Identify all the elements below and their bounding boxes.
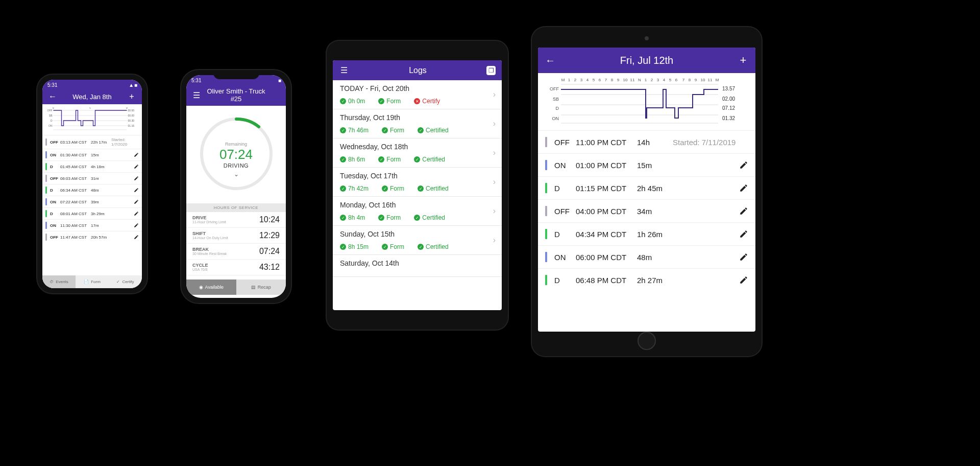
menu-icon[interactable]: ☰ <box>191 90 202 100</box>
event-row[interactable]: OFF06:03 AM CST31m <box>42 172 142 184</box>
check-icon: ✓ <box>340 215 346 221</box>
remaining-gauge[interactable]: Remaining 07:24 DRIVING ⌄ <box>186 106 286 203</box>
duration: 4h 18m <box>91 165 111 169</box>
pencil-icon[interactable] <box>739 229 748 239</box>
phone-b-screen: 5:31 ■ ☰ Oliver Smith - Truck #25 Remain… <box>186 75 286 298</box>
chevron-right-icon: › <box>493 119 496 128</box>
tab-certify[interactable]: ✓Certify <box>109 275 142 288</box>
pencil-icon[interactable] <box>134 199 139 204</box>
clock: 5:31 <box>191 78 201 83</box>
home-button[interactable] <box>638 332 656 350</box>
status-bar-indicator <box>545 137 547 147</box>
event-row[interactable]: D08:01 AM CST3h 29m <box>42 207 142 219</box>
event-row[interactable]: ON01:00 PM CDT15m <box>538 153 755 176</box>
event-row[interactable]: D04:34 PM CDT1h 26m <box>538 222 755 245</box>
status: ON <box>50 200 60 204</box>
event-row[interactable]: D06:34 AM CST48m <box>42 184 142 196</box>
time: 01:30 AM CST <box>60 153 91 157</box>
tab-form[interactable]: 📄Form <box>76 275 109 288</box>
event-row[interactable]: ON11:30 AM CST17m <box>42 219 142 231</box>
pencil-icon[interactable] <box>739 275 748 285</box>
hos-value: 07:24 <box>259 247 280 256</box>
svg-text:N: N <box>89 107 91 109</box>
add-icon[interactable]: + <box>127 92 137 101</box>
time: 06:00 PM CDT <box>576 253 637 262</box>
svg-text:7: 7 <box>682 78 685 82</box>
back-icon[interactable]: ← <box>545 55 555 66</box>
event-row[interactable]: D01:15 PM CDT2h 45m <box>538 176 755 199</box>
status: OFF <box>554 138 576 147</box>
day-row[interactable]: Wednesday, Oct 18th✓ 8h 6m✓ Form✓ Certif… <box>333 138 502 168</box>
copy-icon[interactable]: ❐ <box>486 66 496 75</box>
event-row[interactable]: ON01:30 AM CST15m <box>42 149 142 160</box>
status: D <box>554 230 576 239</box>
check-icon: ✓ <box>340 156 346 162</box>
day-row[interactable]: Saturday, Oct 14th <box>333 255 502 277</box>
pencil-icon[interactable] <box>739 160 748 170</box>
menu-icon[interactable]: ☰ <box>339 65 349 75</box>
tab-recap[interactable]: ▤Recap <box>236 279 286 295</box>
pencil-icon[interactable] <box>134 176 139 181</box>
day-row[interactable]: Sunday, Oct 15th✓ 8h 15m✓ Form✓ Certifie… <box>333 226 502 255</box>
day-row[interactable]: Tuesday, Oct 17th✓ 7h 42m✓ Form✓ Certifi… <box>333 168 502 197</box>
duration: 1h 26m <box>637 230 673 239</box>
pencil-icon[interactable] <box>134 211 139 216</box>
event-row[interactable]: OFF03:13 AM CST22h 17mStarted: 1/7/2020 <box>42 135 142 149</box>
time: 06:03 AM CST <box>60 176 91 181</box>
svg-text:ON: ON <box>48 124 53 127</box>
day-row[interactable]: Thursday, Oct 19th✓ 7h 46m✓ Form✓ Certif… <box>333 109 502 138</box>
pencil-icon[interactable] <box>134 223 139 228</box>
check-icon: ✓ <box>414 156 420 162</box>
status-bar-indicator <box>45 210 47 217</box>
pencil-icon[interactable] <box>739 252 748 262</box>
time: 01:45 AM CST <box>60 165 91 169</box>
duration: 31m <box>91 176 111 181</box>
day-title: TODAY - Fri, Oct 20th <box>340 84 495 92</box>
event-row[interactable]: OFF11:47 AM CST20h 57m <box>42 231 142 243</box>
certify-stat: ✓ Certified <box>418 185 449 192</box>
pencil-icon[interactable] <box>739 183 748 193</box>
chevron-right-icon: › <box>493 90 496 99</box>
event-row[interactable]: ON07:22 AM CST39m <box>42 196 142 207</box>
time: 04:34 PM CDT <box>576 230 637 239</box>
status-bar: 5:31 ▲ ■ <box>42 80 142 89</box>
status: ON <box>554 161 576 170</box>
status-bar-indicator <box>545 183 547 193</box>
status-bar-indicator <box>45 222 47 229</box>
chevron-right-icon: › <box>493 177 496 187</box>
pencil-icon[interactable] <box>134 235 139 240</box>
check-icon: ✓ <box>340 244 346 250</box>
event-row[interactable]: D01:45 AM CST4h 18m <box>42 160 142 172</box>
event-row[interactable]: OFF04:00 PM CDT34m <box>538 199 755 222</box>
phone-android-small: 5:31 ▲ ■ ← Wed, Jan 8th + OFFSBDON 00.00 <box>37 75 147 293</box>
status-bar-indicator <box>45 151 47 158</box>
event-list: OFF11:00 PM CDT14hStarted: 7/11/2019ON01… <box>538 130 755 291</box>
event-row[interactable]: ON06:00 PM CDT48m <box>538 245 755 268</box>
chevron-right-icon: › <box>493 148 496 157</box>
add-icon[interactable]: + <box>738 54 748 67</box>
svg-text:SB: SB <box>553 97 559 102</box>
pencil-icon[interactable] <box>134 152 139 157</box>
time: 07:22 AM CST <box>60 200 91 204</box>
status-icons: ■ <box>278 78 281 83</box>
day-row[interactable]: Monday, Oct 16th✓ 8h 4m✓ Form✓ Certified… <box>333 197 502 226</box>
bottom-tabs: ⏱Events 📄Form ✓Certify <box>42 275 142 288</box>
check-icon: ✓ <box>378 215 384 221</box>
pencil-icon[interactable] <box>134 164 139 169</box>
pencil-icon[interactable] <box>739 206 748 216</box>
svg-text:07.12: 07.12 <box>722 105 735 111</box>
pencil-icon[interactable] <box>134 188 139 193</box>
check-icon: ✓ <box>340 127 346 133</box>
svg-text:6: 6 <box>675 78 678 82</box>
event-row[interactable]: OFF11:00 PM CDT14hStarted: 7/11/2019 <box>538 130 755 153</box>
status-bar-indicator <box>45 198 47 205</box>
certify-stat: ✓ Certified <box>414 156 445 163</box>
status: ON <box>50 153 60 157</box>
tab-available[interactable]: ◉Available <box>186 279 236 295</box>
status: OFF <box>554 207 576 216</box>
back-icon[interactable]: ← <box>47 92 58 101</box>
tab-events[interactable]: ⏱Events <box>42 275 76 288</box>
hos-sublabel: 30 Minute Rest Break <box>192 252 227 255</box>
event-row[interactable]: D06:48 PM CDT2h 27m <box>538 268 755 291</box>
day-row[interactable]: TODAY - Fri, Oct 20th✓ 0h 0m✓ Form✕ Cert… <box>333 80 502 109</box>
